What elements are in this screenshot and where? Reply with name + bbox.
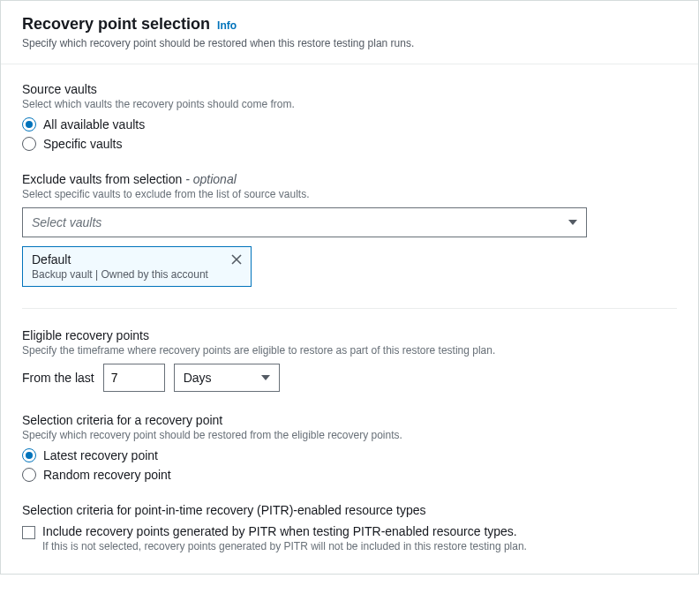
eligible-label: Eligible recovery points xyxy=(22,328,677,342)
chevron-down-icon xyxy=(568,220,577,225)
radio-icon xyxy=(22,117,36,131)
exclude-vaults-label-optional: - optional xyxy=(182,172,236,186)
pitr-checkbox-label: Include recovery points generated by PIT… xyxy=(42,524,527,538)
timeframe-unit-value: Days xyxy=(184,371,212,385)
recovery-point-panel: Recovery point selection Info Specify wh… xyxy=(0,0,699,575)
source-vaults-help: Select which vaults the recovery points … xyxy=(22,98,677,110)
exclude-vaults-label: Exclude vaults from selection - optional xyxy=(22,172,677,186)
exclude-vaults-section: Exclude vaults from selection - optional… xyxy=(22,172,677,287)
vault-chip-title: Default xyxy=(32,252,208,267)
divider xyxy=(22,308,677,309)
pitr-checkbox-help: If this is not selected, recovery points… xyxy=(42,540,527,552)
pitr-include-checkbox[interactable] xyxy=(22,526,35,539)
info-link[interactable]: Info xyxy=(217,19,237,32)
selection-criteria-help: Specify which recovery point should be r… xyxy=(22,429,677,441)
eligible-help: Specify the timeframe where recovery poi… xyxy=(22,344,677,357)
timeframe-unit-select[interactable]: Days xyxy=(174,364,280,392)
selection-criteria-section: Selection criteria for a recovery point … xyxy=(22,413,677,482)
exclude-vaults-placeholder: Select vaults xyxy=(32,215,101,229)
exclude-vaults-help: Select specific vaults to exclude from t… xyxy=(22,188,677,200)
radio-icon xyxy=(22,468,36,482)
radio-latest-label: Latest recovery point xyxy=(43,448,158,462)
radio-random-recovery[interactable]: Random recovery point xyxy=(22,468,677,482)
eligible-section: Eligible recovery points Specify the tim… xyxy=(22,328,677,392)
exclude-vaults-select[interactable]: Select vaults xyxy=(22,207,587,237)
selection-criteria-label: Selection criteria for a recovery point xyxy=(22,413,677,427)
radio-specific-vaults-label: Specific vaults xyxy=(43,137,122,151)
radio-icon xyxy=(22,137,36,151)
source-vaults-label: Source vaults xyxy=(22,82,677,96)
radio-specific-vaults[interactable]: Specific vaults xyxy=(22,137,677,151)
exclude-vaults-label-main: Exclude vaults from selection xyxy=(22,172,182,186)
radio-random-label: Random recovery point xyxy=(43,468,171,482)
vault-chip-sub: Backup vault | Owned by this account xyxy=(32,268,208,281)
radio-all-vaults[interactable]: All available vaults xyxy=(22,117,677,131)
panel-header: Recovery point selection Info Specify wh… xyxy=(1,1,698,64)
timeframe-input[interactable] xyxy=(103,364,165,392)
from-last-label: From the last xyxy=(22,371,94,385)
pitr-label: Selection criteria for point-in-time rec… xyxy=(22,503,677,517)
radio-latest-recovery[interactable]: Latest recovery point xyxy=(22,448,677,462)
panel-subtitle: Specify which recovery point should be r… xyxy=(22,37,677,49)
radio-icon xyxy=(22,448,36,462)
close-icon xyxy=(231,254,242,265)
radio-all-vaults-label: All available vaults xyxy=(43,117,145,131)
vault-chip-remove-button[interactable] xyxy=(229,252,244,267)
panel-title: Recovery point selection xyxy=(22,15,210,34)
pitr-section: Selection criteria for point-in-time rec… xyxy=(22,503,677,552)
vault-chip-default: Default Backup vault | Owned by this acc… xyxy=(22,246,252,287)
source-vaults-section: Source vaults Select which vaults the re… xyxy=(22,82,677,151)
chevron-down-icon xyxy=(261,375,270,380)
